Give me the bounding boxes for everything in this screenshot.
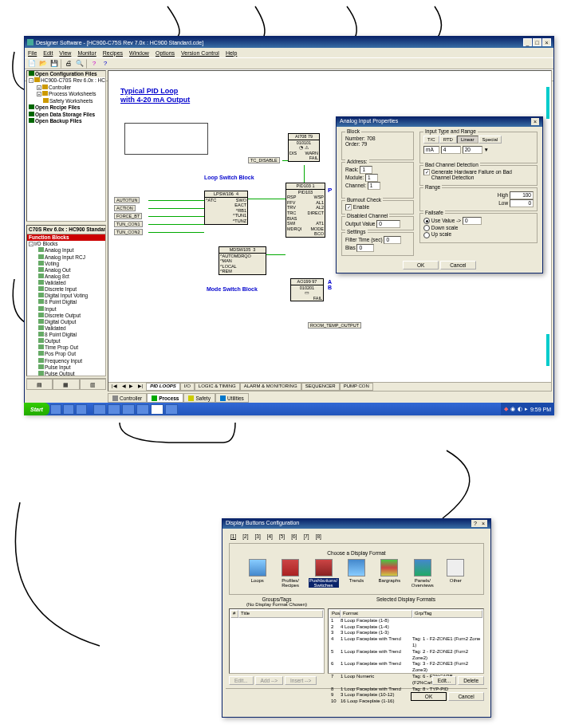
tab-tc[interactable]: T/C [423, 136, 439, 144]
menu-edit[interactable]: Edit [43, 50, 53, 56]
dialog2-tabs[interactable]: [1] [2] [3] [4] [5] [6] [7] [8] [226, 532, 487, 541]
output-value-input[interactable]: 0 [376, 220, 400, 228]
list-row[interactable]: 24 Loop Faceplate (1-4) [329, 624, 482, 631]
dialog2-help-button[interactable]: ? [471, 520, 479, 527]
fb-item[interactable]: Digital Input Voting [27, 293, 105, 299]
tab-nav-first[interactable]: |◀ [108, 383, 120, 391]
task-button[interactable] [108, 404, 120, 415]
lpsw-block[interactable]: LPSW106 4 ^ATCSWO EACT ^RB1 ^TUN1 ^TUNZ [204, 191, 248, 225]
mdsw-block[interactable]: MDSW105 3 ^AUTOMDRQO ^MAN ^LOCAL ^REM [219, 246, 266, 275]
delete-button[interactable]: Delete [458, 676, 484, 685]
fb-item[interactable]: Analog Input [27, 247, 105, 254]
format-other[interactable]: Other [440, 559, 471, 588]
collapse-icon[interactable]: - [29, 242, 33, 246]
menu-help[interactable]: Help [226, 50, 237, 56]
fb-item[interactable]: 8 Point Digital [27, 332, 105, 338]
menu-options[interactable]: Options [156, 50, 175, 56]
dlg2-tab-3[interactable]: [3] [254, 533, 260, 540]
format-loops[interactable]: Loops [242, 559, 273, 588]
bad-channel-checkbox[interactable]: ✓ [423, 169, 430, 175]
task-button[interactable] [122, 404, 135, 415]
menu-bar[interactable]: File Edit View Monitor Recipes Window Op… [25, 48, 553, 57]
format-pushbuttons[interactable]: Pushbuttons/ Switches [309, 559, 339, 588]
dlg2-tab-8[interactable]: [8] [316, 533, 321, 540]
range-lo-input[interactable]: 4 [441, 146, 461, 154]
pin-tc-disable[interactable]: TC_DISABLE [248, 157, 280, 163]
fb-item[interactable]: Validated [27, 325, 105, 332]
tray-icon[interactable]: ◆ [504, 406, 508, 412]
use-value-radio[interactable] [423, 218, 430, 224]
fb-item[interactable]: Output [27, 338, 105, 344]
list-row[interactable]: 18 Loop Faceplate (1-8) [329, 618, 482, 624]
pin-tun2[interactable]: TUN_CON2 [114, 229, 143, 235]
list-row[interactable]: 61 Loop Faceplate with TrendTag: 3 - F2-… [329, 661, 482, 674]
dlg2-tab-4[interactable]: [4] [267, 533, 273, 540]
minimize-button[interactable]: _ [523, 38, 532, 46]
left-tab-1[interactable]: ▤ [26, 379, 53, 390]
tree-item[interactable]: Process Worksheets [49, 91, 96, 96]
tab-nav-last[interactable]: ▶| [135, 383, 147, 391]
tab-sequencer[interactable]: SEQUENCER [301, 383, 340, 391]
col-format[interactable]: Format [341, 610, 412, 618]
dlg2-tab-5[interactable]: [5] [279, 533, 285, 540]
worksheet-tabs[interactable]: |◀ ◀ ▶ ▶| PID LOOPS I/O LOGIC & TIMING A… [108, 382, 551, 391]
tray-icon[interactable]: ◉ [510, 406, 515, 412]
menu-recipes[interactable]: Recipes [103, 50, 123, 56]
system-tray[interactable]: ◆ ◉ ◐ ▸ 9:59 PM [501, 403, 554, 415]
add-button[interactable]: Add --> [255, 676, 284, 685]
dialog-close-button[interactable]: × [531, 118, 539, 125]
left-tab-2[interactable]: ▦ [53, 379, 79, 390]
tree-item[interactable]: Open Recipe Files [35, 104, 80, 110]
dlg2-tab-6[interactable]: [6] [291, 533, 297, 540]
cancel-button[interactable]: Cancel [440, 261, 476, 270]
quick-launch[interactable] [50, 404, 61, 415]
magnify-icon[interactable]: 🔍 [75, 59, 85, 69]
help2-icon[interactable]: ? [100, 59, 110, 69]
format-profiles[interactable]: Profiles/ Recipes [275, 559, 305, 588]
tab-alarm[interactable]: ALARM & MONITORING [240, 383, 301, 391]
tab-rtd[interactable]: RTD [439, 136, 457, 144]
menu-view[interactable]: View [59, 50, 71, 56]
tree-item[interactable]: Controller [49, 85, 71, 90]
pin-tun1[interactable]: TUN_CON1 [114, 221, 143, 227]
collapse-icon[interactable]: - [29, 78, 33, 83]
use-value-input[interactable]: 0 [463, 217, 482, 225]
dialog-titlebar[interactable]: Analog Input Properties × [337, 117, 542, 127]
left-tab-3[interactable]: ▥ [80, 379, 106, 390]
dlg2-tab-1[interactable]: [1] [230, 533, 236, 540]
fb-item[interactable]: Time Prop Out [27, 344, 105, 351]
low-input[interactable]: 0 [510, 199, 534, 207]
dlg2-tab-2[interactable]: [2] [242, 533, 248, 540]
tree-item[interactable]: Open Backup Files [35, 118, 82, 124]
fb-item[interactable]: Digital Output [27, 319, 105, 325]
dialog2-titlebar[interactable]: Display Buttons Configuration ? × [222, 519, 490, 529]
channel-input[interactable]: 1 [368, 182, 380, 190]
format-bargraphs[interactable]: Bargraphs [374, 559, 404, 588]
maximize-button[interactable]: □ [533, 38, 541, 46]
col-pos[interactable]: Pos [329, 610, 341, 618]
fb-item[interactable]: Input [27, 306, 105, 313]
open-icon[interactable]: 📂 [38, 59, 48, 69]
quick-launch[interactable] [63, 404, 74, 415]
groups-edit-button[interactable]: Edit... [229, 676, 254, 685]
dialog2-close-button[interactable]: × [479, 520, 487, 527]
tray-icon[interactable]: ▸ [525, 406, 528, 412]
print-icon[interactable]: 🖨 [64, 59, 73, 69]
tab-controller[interactable]: Controller [108, 393, 147, 403]
tree-item[interactable]: Safety Worksheets [49, 98, 93, 104]
list-row[interactable]: 51 Loop Faceplate with TrendTag: 2 - F2-… [329, 649, 482, 662]
enable-checkbox[interactable]: ✓ [345, 204, 352, 211]
task-button[interactable] [151, 404, 163, 415]
tab-pump[interactable]: PUMP CON [340, 383, 373, 391]
tab-safety[interactable]: Safety [183, 393, 215, 403]
start-button[interactable]: Start [24, 403, 49, 415]
bias-input[interactable]: 0 [356, 244, 374, 252]
selected-edit-button[interactable]: Edit... [432, 676, 457, 685]
dlg2-tab-7[interactable]: [7] [303, 533, 309, 540]
format-trends[interactable]: Trends [341, 559, 372, 588]
tab-linear[interactable]: Linear [457, 136, 478, 144]
fb-item[interactable]: Analog Input RCJ [27, 254, 105, 261]
tab-pid-loops[interactable]: PID LOOPS [146, 383, 180, 391]
tab-special[interactable]: Special [478, 136, 502, 144]
pid-block[interactable]: PID103 1 PID103 RSPWSP FFVAL1 TRVAL2 TRC… [286, 183, 325, 238]
